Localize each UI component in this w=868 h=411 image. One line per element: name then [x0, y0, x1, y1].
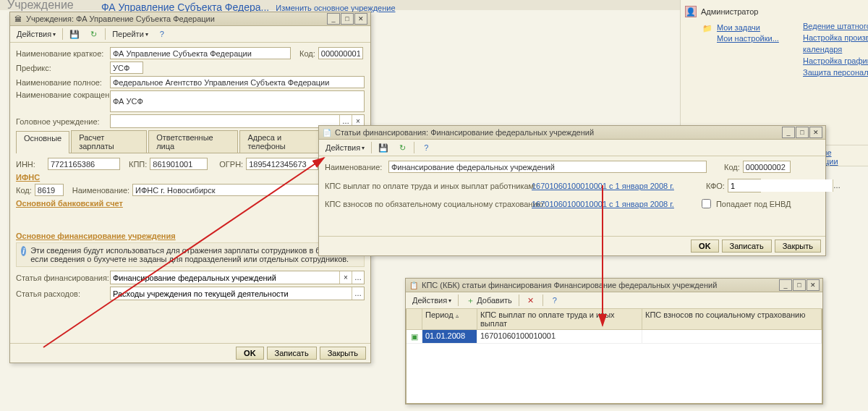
maximize-button[interactable]: □ [793, 279, 806, 291]
tab-main[interactable]: Основные [16, 131, 69, 153]
kps2-link[interactable]: 16701060100010001 с 1 января 2008 г. [532, 200, 674, 208]
input-code[interactable] [318, 47, 363, 59]
label-inn: ИНН: [16, 160, 45, 169]
maximize-button[interactable]: □ [341, 13, 354, 25]
input-code[interactable] [743, 161, 791, 173]
bg-heading: Учреждение [7, 0, 74, 12]
input-ifns-code[interactable] [35, 184, 64, 196]
ok-button[interactable]: OK [236, 347, 264, 360]
save-icon-button[interactable]: 💾 [375, 140, 392, 155]
cell-period[interactable]: 01.01.2008 [422, 330, 477, 343]
input-name-short[interactable] [110, 47, 291, 59]
group-bank: Основной банковский счет [16, 199, 365, 208]
window-title: Статьи финансирования: Финансирование фе… [335, 128, 781, 137]
input-exp-article[interactable] [111, 287, 352, 300]
input-name-abbr[interactable] [110, 90, 365, 112]
close-button[interactable]: ✕ [354, 13, 367, 25]
info-text: Эти сведения будут использоваться для от… [30, 246, 359, 263]
group-ifns: ИФНС [16, 173, 365, 182]
choose-exp-article[interactable]: … [352, 287, 364, 300]
link-staff[interactable]: Ведение штатного р [803, 22, 868, 30]
window-title: КПС (КБК) статьи финансирования Финансир… [422, 281, 778, 289]
link-calendar[interactable]: Настройка произво [803, 33, 868, 42]
add-icon: ＋ [465, 295, 475, 305]
label-envd: Попадает под ЕНВД [716, 200, 791, 208]
window-icon: 📋 [409, 280, 419, 290]
actions-menu[interactable]: Действия▾ [409, 293, 455, 308]
right-links: Ведение штатного р Настройка произво кал… [803, 22, 868, 80]
kps1-link[interactable]: 16701060100010001 с 1 января 2008 г. [532, 182, 674, 190]
cell-kps2[interactable] [642, 330, 822, 343]
window-kps: 📋 КПС (КБК) статьи финансирования Финанс… [405, 278, 823, 404]
cell-kps[interactable]: 16701060100010001 [477, 330, 642, 343]
input-prefix[interactable] [110, 62, 143, 74]
goto-menu[interactable]: Перейти▾ [109, 27, 152, 41]
toolbar: Действия▾ 💾 ↻ Перейти▾ ? [10, 26, 370, 43]
label-name-abbr: Наименование сокращенное: [16, 90, 107, 99]
window-institution: 🏛 Учреждения: ФА Управление Субъекта Фед… [9, 12, 371, 363]
close-button-footer[interactable]: Закрыть [320, 347, 366, 360]
maximize-button[interactable]: □ [796, 127, 809, 138]
label-head: Головное учреждение: [16, 117, 107, 126]
label-exp-article: Статья расходов: [16, 289, 107, 298]
window-icon: 🏛 [13, 14, 23, 24]
choose-fin-article[interactable]: … [352, 271, 364, 284]
admin-label: Администратор [701, 7, 758, 16]
my-settings-link[interactable]: Мои настройки... [717, 34, 779, 43]
input-kfo[interactable] [728, 179, 833, 192]
link-schedule[interactable]: Настройка график [803, 56, 868, 65]
input-fin-article[interactable] [111, 271, 339, 284]
help-icon: ? [550, 295, 560, 305]
user-icon: 👤 [685, 6, 697, 17]
save-icon-button[interactable]: 💾 [66, 27, 83, 41]
info-box: i Эти сведения будут использоваться для … [16, 242, 365, 267]
label-kps2: КПС взносов по обязательному социальному… [325, 200, 529, 208]
col-kps-pay[interactable]: КПС выплат по оплате труда и иных выплат [477, 309, 642, 329]
col-marker[interactable] [407, 309, 422, 329]
refresh-icon-button[interactable]: ↻ [393, 140, 411, 155]
refresh-icon-button[interactable]: ↻ [85, 27, 102, 41]
choose-kfo[interactable]: … [833, 179, 841, 192]
tab-salary[interactable]: Расчет зарплаты [71, 130, 147, 153]
link-personal[interactable]: Защита персональ [803, 68, 868, 77]
close-button-footer[interactable]: Закрыть [775, 240, 821, 253]
help-button[interactable]: ? [546, 293, 563, 308]
kps-grid[interactable]: Период ▵ КПС выплат по оплате труда и ин… [406, 309, 822, 404]
input-ogrn[interactable] [246, 158, 318, 170]
tab-addresses[interactable]: Адреса и телефоны [239, 130, 326, 153]
add-button[interactable]: ＋Добавить [461, 293, 516, 308]
label-kpp: КПП: [129, 160, 147, 169]
input-kpp[interactable] [150, 158, 208, 170]
actions-menu[interactable]: Действия▾ [322, 140, 368, 155]
ok-button[interactable]: OK [691, 240, 719, 253]
delete-button[interactable]: ✕ [522, 293, 540, 308]
write-button[interactable]: Записать [267, 347, 317, 360]
clear-fin-article[interactable]: × [339, 271, 352, 284]
col-period[interactable]: Период ▵ [422, 309, 477, 329]
my-tasks-link[interactable]: Мои задачи [717, 23, 779, 32]
col-kps-social[interactable]: КПС взносов по социальному страхованию [642, 309, 822, 329]
close-button[interactable]: ✕ [809, 127, 822, 138]
label-prefix: Префикс: [16, 64, 107, 72]
folder-icon: 📁 [702, 23, 712, 33]
save-icon: 💾 [378, 143, 388, 153]
envd-checkbox[interactable] [702, 199, 711, 208]
refresh-icon: ↻ [397, 143, 407, 153]
actions-menu[interactable]: Действия▾ [13, 27, 59, 41]
window-title: Учреждения: ФА Управление Субъекта Федер… [26, 14, 326, 23]
link-calendar2[interactable]: календаря [803, 45, 868, 54]
input-head[interactable] [111, 115, 339, 127]
table-row[interactable]: ▣ 01.01.2008 16701060100010001 [407, 330, 822, 344]
input-inn[interactable] [48, 158, 120, 170]
input-name-full[interactable] [110, 76, 365, 88]
minimize-button[interactable]: _ [782, 127, 795, 138]
minimize-button[interactable]: _ [327, 13, 340, 25]
close-button[interactable]: ✕ [807, 279, 820, 291]
help-button[interactable]: ? [153, 27, 171, 41]
minimize-button[interactable]: _ [779, 279, 792, 291]
label-name-short: Наименование краткое: [16, 49, 107, 58]
help-button[interactable]: ? [417, 140, 435, 155]
tab-persons[interactable]: Ответственные лица [148, 130, 238, 153]
write-button[interactable]: Записать [722, 240, 772, 253]
input-name[interactable] [388, 161, 707, 173]
